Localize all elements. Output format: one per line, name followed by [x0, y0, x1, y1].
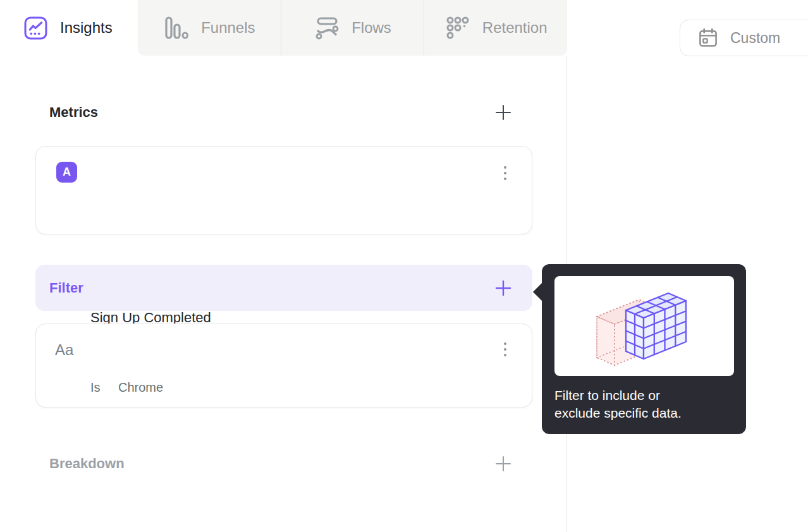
breakdown-section-title: Breakdown [49, 456, 125, 472]
add-metric-button[interactable] [495, 104, 511, 121]
string-property-icon: Aa [55, 341, 73, 359]
add-breakdown-button[interactable] [495, 456, 511, 472]
tooltip-caption: Filter to include or exclude specific da… [554, 387, 735, 422]
tab-funnels[interactable]: Funnels [138, 0, 281, 56]
filter-cube-illustration [554, 276, 734, 376]
tooltip-caption-line2: exclude specific data. [554, 404, 735, 422]
metric-series-badge: A [56, 162, 77, 183]
tab-strip: Funnels Flows Retention [138, 0, 567, 56]
tab-retention[interactable]: Retention [424, 0, 567, 56]
filter-card-menu-button[interactable] [498, 338, 513, 361]
funnels-bars-icon [163, 15, 190, 41]
metric-card-menu-button[interactable] [498, 162, 513, 184]
custom-date-range-label: Custom [730, 30, 780, 47]
tab-insights-label: Insights [60, 19, 113, 37]
filter-value: Chrome [118, 380, 163, 395]
filter-card-browser[interactable]: Aa Browser Is Chrome [35, 323, 532, 408]
filter-section-header[interactable]: Filter [35, 265, 532, 311]
metrics-section-header: Metrics [35, 101, 532, 124]
insights-chart-icon [24, 16, 47, 40]
filter-tooltip: Filter to include or exclude specific da… [542, 264, 746, 434]
calendar-icon [697, 27, 719, 49]
tab-insights[interactable]: Insights [0, 0, 138, 56]
tab-flows[interactable]: Flows [281, 0, 424, 56]
add-filter-button[interactable] [495, 280, 511, 296]
data-cube-icon [554, 276, 734, 376]
tab-retention-label: Retention [482, 19, 548, 37]
tab-flows-label: Flows [352, 19, 391, 37]
tooltip-arrow [533, 283, 542, 301]
breakdown-section-header: Breakdown [35, 452, 532, 475]
tooltip-caption-line1: Filter to include or [554, 387, 735, 404]
filter-section-title: Filter [49, 280, 83, 296]
metric-card-sign-up-completed[interactable]: A Sign Up Completed Total Events [35, 146, 532, 234]
retention-dots-icon [444, 15, 471, 41]
tab-funnels-label: Funnels [201, 19, 255, 37]
filter-operator: Is [90, 380, 101, 395]
flows-stream-icon [314, 15, 340, 41]
metrics-section-title: Metrics [49, 104, 98, 121]
custom-date-range-button[interactable]: Custom [680, 20, 808, 56]
